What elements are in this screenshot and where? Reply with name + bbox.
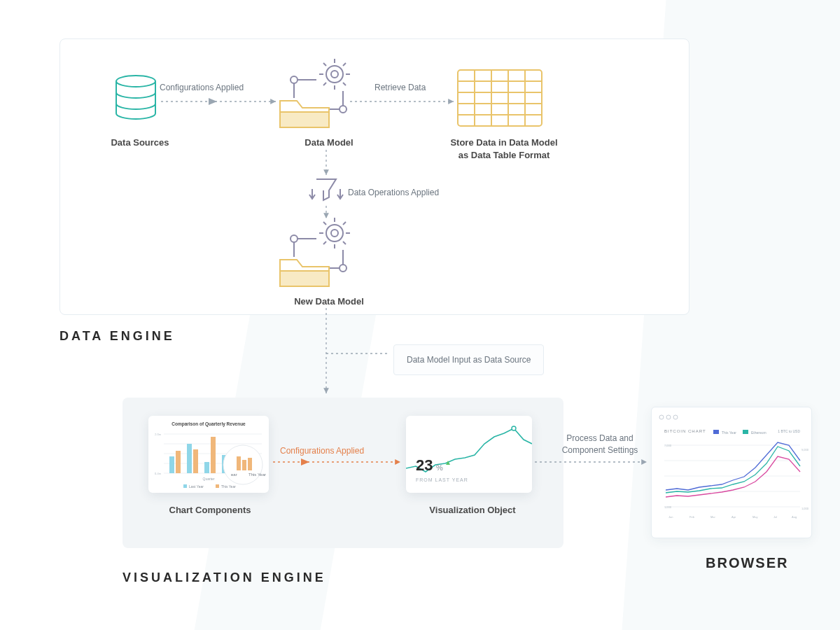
svg-text:0.4m: 0.4m xyxy=(155,472,162,475)
edge-label-process-data: Process Data and Component Settings xyxy=(547,433,652,456)
svg-rect-21 xyxy=(242,460,246,470)
data-model-input-box: Data Model Input as Data Source xyxy=(393,344,544,375)
viz-value: 23 xyxy=(416,456,433,474)
svg-text:This Year: This Year xyxy=(248,472,266,477)
svg-rect-31 xyxy=(743,430,748,434)
svg-text:Jul: Jul xyxy=(774,515,777,519)
viz-pct: % xyxy=(436,463,443,472)
svg-rect-12 xyxy=(211,437,216,473)
section-title-browser: BROWSER xyxy=(706,555,788,571)
data-engine-panel xyxy=(59,38,690,315)
section-title-viz-engine: VISUALIZATION ENGINE xyxy=(122,570,326,585)
chart-components-card: Comparison of Quarterly Revenue 2.0m 0.4… xyxy=(148,416,269,493)
edge-label-configs-mid: Configurations Applied xyxy=(280,445,364,457)
browser-chart-title: BITCOIN CHART xyxy=(664,429,706,433)
svg-rect-7 xyxy=(169,456,174,473)
svg-point-27 xyxy=(666,415,671,419)
edge-label-retrieve-data: Retrieve Data xyxy=(374,82,426,94)
svg-rect-8 xyxy=(176,451,181,473)
svg-rect-17 xyxy=(216,484,219,488)
svg-point-25 xyxy=(512,426,516,430)
svg-point-26 xyxy=(659,415,664,419)
label-data-sources: Data Sources xyxy=(98,136,182,149)
svg-rect-9 xyxy=(187,444,192,473)
label-chart-components: Chart Components xyxy=(147,504,273,517)
svg-text:Jan: Jan xyxy=(668,515,673,519)
svg-text:9,000: 9,000 xyxy=(802,448,808,451)
label-new-data-model: New Data Model xyxy=(276,295,382,308)
svg-text:This Year: This Year xyxy=(221,484,236,489)
label-data-operations: Data Operations Applied xyxy=(348,187,439,199)
section-title-data-engine: DATA ENGINE xyxy=(59,329,175,344)
svg-text:Apr: Apr xyxy=(732,515,736,519)
svg-rect-22 xyxy=(248,458,252,470)
svg-text:1,000: 1,000 xyxy=(664,505,672,509)
browser-card: BITCOIN CHART This Year Ethereum 1 BTC t… xyxy=(651,407,812,538)
svg-text:Aug: Aug xyxy=(792,515,797,519)
svg-text:This Year: This Year xyxy=(722,430,736,435)
svg-rect-29 xyxy=(713,430,719,434)
svg-text:May: May xyxy=(752,515,758,519)
svg-text:1,000: 1,000 xyxy=(802,507,808,510)
svg-rect-10 xyxy=(193,449,198,473)
svg-rect-11 xyxy=(204,462,209,473)
svg-rect-15 xyxy=(183,484,187,488)
viz-object-card: 23 % FROM LAST YEAR xyxy=(406,416,532,493)
thumb-chart-title: Comparison of Quarterly Revenue xyxy=(172,421,246,427)
label-data-model: Data Model xyxy=(287,136,371,149)
svg-text:7,000: 7,000 xyxy=(664,444,672,447)
label-viz-object: Visualization Object xyxy=(406,504,539,517)
svg-text:Mar: Mar xyxy=(710,515,716,519)
svg-point-28 xyxy=(673,415,678,419)
svg-text:Ethereum: Ethereum xyxy=(751,430,766,435)
label-store-data: Store Data in Data Model as Data Table F… xyxy=(427,136,581,162)
viz-caption: FROM LAST YEAR xyxy=(416,477,468,482)
thumb-axis-quarter: Quarter xyxy=(203,477,215,481)
edge-label-configs-top: Configurations Applied xyxy=(160,82,244,94)
svg-text:Last Year: Last Year xyxy=(189,484,204,489)
svg-text:2.0m: 2.0m xyxy=(155,433,162,436)
svg-rect-20 xyxy=(237,456,241,470)
svg-text:ear: ear xyxy=(231,472,237,477)
browser-rate: 1 BTC to USD xyxy=(778,429,800,433)
svg-text:Feb: Feb xyxy=(690,515,695,519)
